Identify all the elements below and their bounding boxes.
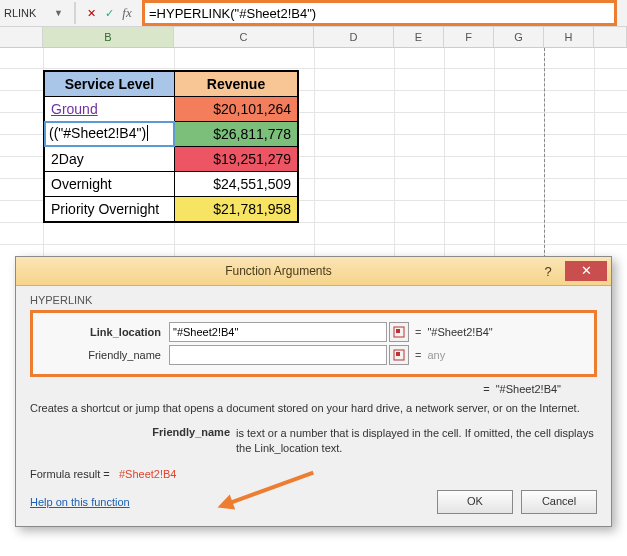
name-box[interactable]: RLINK: [0, 7, 54, 19]
arg2-input[interactable]: [169, 345, 387, 365]
header-service-level[interactable]: Service Level: [44, 71, 175, 97]
cell-revenue-0[interactable]: $20,101,264: [175, 97, 299, 122]
column-headers: B C D E F G H: [0, 27, 627, 48]
formula-input[interactable]: =HYPERLINK("#Sheet2!B4"): [142, 0, 617, 26]
table-row: Overnight $24,551,509: [44, 172, 298, 197]
arg1-input[interactable]: [169, 322, 387, 342]
column-header-b[interactable]: B: [43, 27, 174, 47]
fx-icon[interactable]: fx: [118, 5, 136, 21]
function-arguments-dialog: Function Arguments ? ✕ HYPERLINK Link_lo…: [15, 256, 612, 527]
cell-service-ground[interactable]: Ground: [44, 97, 175, 122]
help-icon[interactable]: ?: [531, 264, 565, 279]
column-header-partial: [594, 27, 627, 47]
close-icon[interactable]: ✕: [565, 261, 607, 281]
column-header-e[interactable]: E: [394, 27, 444, 47]
cell-edit-overlay[interactable]: (("#Sheet2!B4"): [44, 121, 175, 147]
column-header-f[interactable]: F: [444, 27, 494, 47]
cell-revenue-2[interactable]: $19,251,279: [175, 147, 299, 172]
table-row: Priority Overnight $21,781,958: [44, 197, 298, 223]
cell-revenue-4[interactable]: $21,781,958: [175, 197, 299, 223]
cell-revenue-3[interactable]: $24,551,509: [175, 172, 299, 197]
function-description: Creates a shortcut or jump that opens a …: [30, 401, 597, 416]
data-table: Service Level Revenue Ground $20,101,264…: [43, 70, 299, 223]
overall-result-line: = "#Sheet2!B4": [30, 383, 597, 395]
equals-sign: =: [415, 326, 421, 338]
svg-rect-1: [396, 329, 400, 333]
table-row: (("#Sheet2!B4") $26,811,778: [44, 122, 298, 147]
column-header-d[interactable]: D: [314, 27, 394, 47]
arg1-result: "#Sheet2!B4": [427, 326, 492, 338]
function-name: HYPERLINK: [30, 294, 597, 306]
column-header-h[interactable]: H: [544, 27, 594, 47]
table-row: Ground $20,101,264: [44, 97, 298, 122]
column-header-g[interactable]: G: [494, 27, 544, 47]
page-break-line: [544, 48, 545, 258]
column-header-c[interactable]: C: [174, 27, 314, 47]
worksheet-grid[interactable]: Service Level Revenue Ground $20,101,264…: [0, 48, 627, 258]
arg2-label: Friendly_name: [41, 349, 169, 361]
cell-service-overnight[interactable]: Overnight: [44, 172, 175, 197]
corner-cell[interactable]: [0, 27, 43, 47]
cell-editing[interactable]: (("#Sheet2!B4"): [44, 122, 175, 147]
cell-revenue-1[interactable]: $26,811,778: [175, 122, 299, 147]
argument-description: Friendly_name is text or a number that i…: [30, 426, 597, 456]
formula-text: =HYPERLINK("#Sheet2!B4"): [149, 6, 316, 21]
dialog-titlebar[interactable]: Function Arguments ? ✕: [16, 257, 611, 286]
arguments-frame: Link_location = "#Sheet2!B4" Friendly_na…: [30, 310, 597, 377]
name-box-dropdown-icon[interactable]: ▼: [54, 8, 68, 18]
table-row: 2Day $19,251,279: [44, 147, 298, 172]
arg2-result: any: [427, 349, 445, 361]
equals-sign: =: [415, 349, 421, 361]
ref-edit-icon[interactable]: [389, 322, 409, 342]
cancel-button[interactable]: Cancel: [521, 490, 597, 514]
separator: [74, 2, 76, 24]
formula-bar: RLINK ▼ ✕ ✓ fx =HYPERLINK("#Sheet2!B4"): [0, 0, 627, 27]
svg-rect-3: [396, 352, 400, 356]
ok-button[interactable]: OK: [437, 490, 513, 514]
cell-service-priority[interactable]: Priority Overnight: [44, 197, 175, 223]
header-revenue[interactable]: Revenue: [175, 71, 299, 97]
dialog-title: Function Arguments: [26, 264, 531, 278]
cancel-formula-icon[interactable]: ✕: [82, 7, 100, 20]
ref-edit-icon[interactable]: [389, 345, 409, 365]
enter-formula-icon[interactable]: ✓: [100, 7, 118, 20]
cell-service-2day[interactable]: 2Day: [44, 147, 175, 172]
text-cursor: [147, 125, 148, 141]
arg1-label: Link_location: [41, 326, 169, 338]
